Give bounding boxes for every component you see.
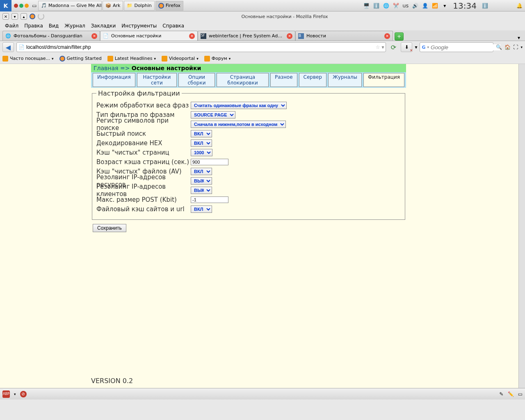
vertical-scrollbar[interactable] <box>518 64 525 388</box>
navtab-blockpage[interactable]: Страница блокировки <box>217 73 269 87</box>
bookmark-headlines[interactable]: Latest Headlines▾ <box>107 56 156 62</box>
select-phrase-weight[interactable]: Считать одинаковые фразы как одну <box>191 102 287 109</box>
downloads-button[interactable]: ⬇✕ <box>401 42 412 52</box>
close-window-button[interactable]: ✕ <box>2 13 9 20</box>
bookmark-videoportal[interactable]: Videoportal▾ <box>162 56 199 62</box>
new-tab-button[interactable]: + <box>395 32 404 41</box>
chevron-down-icon[interactable]: ▾ <box>520 45 523 49</box>
select-filter-type[interactable]: SOURCE PAGE <box>191 111 235 119</box>
close-tab-icon[interactable]: ✕ <box>91 33 97 39</box>
system-panel: K ▭ 🎵Madonna — Give Me All Yo 📦Ark 📁Dolp… <box>0 0 525 11</box>
media-icon[interactable]: ▭ <box>518 391 523 397</box>
menubar: Файл Правка Вид Журнал Закладки Инструме… <box>0 21 525 30</box>
chevron-down-icon[interactable]: ▾ <box>427 45 429 49</box>
back-button[interactable]: ◀ <box>2 42 14 52</box>
chevron-down-icon[interactable]: ▾ <box>381 44 384 50</box>
tab-photoalbums[interactable]: 🌐Фотоальбомы - Dansguardian✕ <box>2 31 100 41</box>
close-tab-icon[interactable]: ✕ <box>384 33 390 39</box>
pencil-icon[interactable]: ✏️ <box>508 391 514 397</box>
noscript-icon[interactable]: ⊘ <box>20 391 27 397</box>
navtab-filter[interactable]: Фильтрация <box>363 73 404 87</box>
menu-tools[interactable]: Инструменты <box>119 22 159 30</box>
save-button[interactable]: Сохранить <box>93 224 126 232</box>
navtab-server[interactable]: Сервер <box>299 73 326 87</box>
help-icon[interactable]: ℹ️ <box>482 2 488 9</box>
tab-settings[interactable]: 📄Основные настройки✕ <box>100 31 198 41</box>
select-clean-cache[interactable]: 1000 <box>191 149 212 156</box>
label-clean-cache: Кэш "чистых" страниц <box>96 149 191 156</box>
label-quick-search: Быстрый поиск <box>96 130 191 137</box>
show-desktop-icon[interactable]: ▭ <box>31 2 38 9</box>
minimize-window-button[interactable]: ▾ <box>11 13 18 20</box>
tab-webinterface[interactable]: SFwebinterface | Free System Administr..… <box>198 31 295 41</box>
close-tab-icon[interactable]: ✕ <box>287 33 292 39</box>
display-icon[interactable]: 🖥️ <box>363 2 370 9</box>
taskbar-item-firefox[interactable]: Firefox <box>155 1 183 11</box>
chevron-down-icon[interactable]: ▾ <box>441 2 448 9</box>
breadcrumb-home-link[interactable]: Главная <box>94 65 118 71</box>
bookmark-forum[interactable]: Форум▾ <box>204 56 231 62</box>
search-bar[interactable]: G ▾ <box>420 42 493 52</box>
edit-icon[interactable]: ✎ <box>500 391 504 397</box>
user-icon[interactable]: 👤 <box>422 2 428 9</box>
star-icon[interactable]: ☆ <box>376 44 380 50</box>
page-icon: 📄 <box>18 44 25 50</box>
navtab-network[interactable]: Настройки сети <box>137 73 177 87</box>
navtab-logs[interactable]: Журналы <box>328 73 362 87</box>
menu-view[interactable]: Вид <box>46 22 61 30</box>
adblock-icon[interactable]: ABP <box>2 390 10 398</box>
binoculars-icon[interactable]: 🔍 <box>496 44 502 50</box>
chevron-down-icon[interactable]: ▾ <box>14 392 16 396</box>
network-icon[interactable]: 📶 <box>431 2 438 9</box>
bookmark-getting-started[interactable]: Getting Started <box>59 56 102 62</box>
reload-button[interactable]: ⟳ <box>388 42 398 52</box>
select-resolve-cli[interactable]: ВЫКЛ <box>191 187 212 194</box>
home-icon[interactable]: 🏠 <box>504 44 511 50</box>
url-input[interactable] <box>26 44 374 50</box>
chevron-down-icon[interactable]: ▾ <box>415 44 417 50</box>
input-cache-age[interactable] <box>191 159 228 165</box>
navtab-info[interactable]: Информация <box>93 73 135 87</box>
globe-icon[interactable]: 🌐 <box>383 2 389 9</box>
pager[interactable] <box>11 4 31 8</box>
navtab-build[interactable]: Опции сборки <box>178 73 215 87</box>
maximize-window-button[interactable]: ▴ <box>21 13 27 20</box>
breadcrumb: Главная => Основные настройки <box>91 64 406 72</box>
label-phrase-weight: Режим обработки веса фраз <box>96 102 191 109</box>
menu-bookmarks[interactable]: Закладки <box>89 22 119 30</box>
menu-edit[interactable]: Правка <box>22 22 46 30</box>
kde-menu-button[interactable]: K <box>0 0 11 11</box>
bookmarks-toolbar: Часто посещае...▾ Getting Started Latest… <box>0 53 525 64</box>
breadcrumb-sep: => <box>120 65 130 71</box>
menu-file[interactable]: Файл <box>2 22 21 30</box>
search-input[interactable] <box>431 44 500 50</box>
select-case-mode[interactable]: Сначала в нижнем,потом в исходном <box>191 121 286 128</box>
select-resolve-res[interactable]: ВЫКЛ <box>191 177 212 185</box>
input-post-max[interactable] <box>191 196 228 203</box>
select-quick-search[interactable]: ВКЛ <box>191 130 212 137</box>
select-file-cache[interactable]: ВКЛ <box>191 205 212 213</box>
archive-icon: 📦 <box>105 3 111 9</box>
keyboard-layout[interactable]: us <box>402 2 409 9</box>
google-icon[interactable]: G <box>422 45 425 50</box>
taskbar-item-dolphin[interactable]: 📁Dolphin <box>124 1 154 11</box>
page-content: Главная => Основные настройки Информация… <box>0 64 525 388</box>
tab-news[interactable]: ВНовости✕ <box>295 31 393 41</box>
tabs-dropdown-icon[interactable]: ▾ <box>515 35 523 41</box>
notification-icon[interactable]: 🔔 <box>516 2 523 9</box>
taskbar-item-ark[interactable]: 📦Ark <box>103 1 123 11</box>
bookmark-most-visited[interactable]: Часто посещае...▾ <box>2 56 54 62</box>
taskbar-item-madonna[interactable]: 🎵Madonna — Give Me All Yo <box>38 1 102 11</box>
select-clean-files[interactable]: ВКЛ <box>191 168 212 175</box>
select-hex-decode[interactable]: ВКЛ <box>191 139 212 147</box>
info-icon[interactable]: ℹ️ <box>373 2 379 9</box>
fullscreen-icon[interactable]: ⛶ <box>513 44 518 50</box>
menu-history[interactable]: Журнал <box>62 22 88 30</box>
menu-help[interactable]: Справка <box>160 22 187 30</box>
navtab-misc[interactable]: Разное <box>270 73 297 87</box>
volume-icon[interactable]: 🔊 <box>412 2 418 9</box>
clock[interactable]: 13:34 <box>451 1 478 11</box>
url-bar[interactable]: 📄 ☆ ▾ <box>16 42 386 52</box>
clipboard-icon[interactable]: ✂️ <box>393 2 399 9</box>
close-tab-icon[interactable]: ✕ <box>189 33 195 39</box>
